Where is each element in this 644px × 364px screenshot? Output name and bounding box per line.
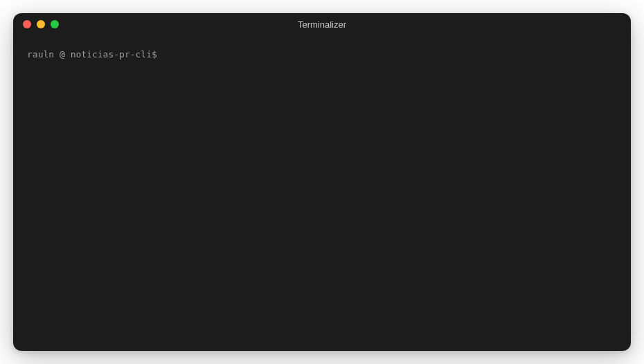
prompt-line: rauln @ noticias-pr-cli$ (27, 48, 617, 62)
prompt-host: noticias-pr-cli (71, 49, 152, 60)
terminal-window: Terminalizer rauln @ noticias-pr-cli$ (13, 13, 631, 351)
maximize-icon[interactable] (51, 20, 59, 28)
close-icon[interactable] (23, 20, 31, 28)
minimize-icon[interactable] (37, 20, 45, 28)
cursor-icon (157, 50, 162, 60)
terminal-body[interactable]: rauln @ noticias-pr-cli$ (13, 35, 631, 351)
prompt-at: @ (54, 49, 70, 60)
window-controls (23, 20, 59, 28)
window-title: Terminalizer (13, 19, 631, 30)
title-bar: Terminalizer (13, 13, 631, 35)
prompt-symbol: $ (152, 49, 157, 60)
prompt-user: rauln (27, 49, 54, 60)
